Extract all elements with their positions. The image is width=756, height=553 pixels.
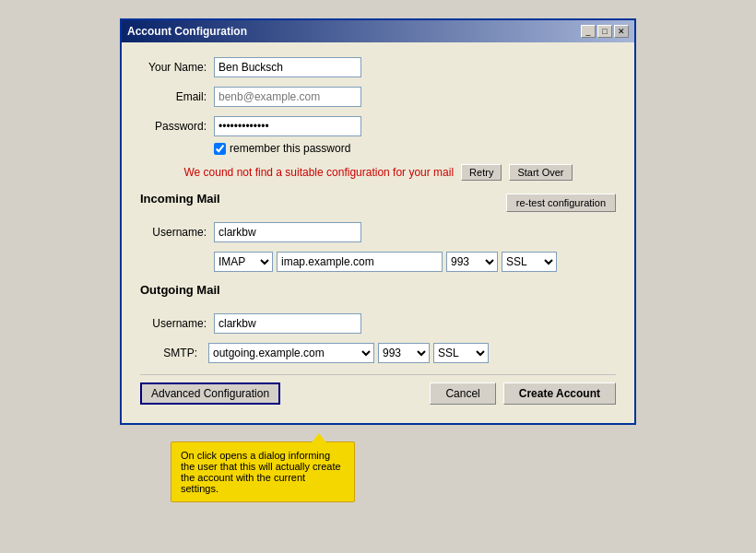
dialog-content: Your Name: Email: benb@example.com Passw… [122, 42, 634, 423]
outgoing-username-row: Username: [140, 313, 616, 334]
incoming-section-title: Incoming Mail [140, 192, 220, 206]
outgoing-security-select[interactable]: SSL TLS None [433, 343, 489, 363]
error-message: We cound not find a suitable configurati… [183, 166, 454, 179]
title-bar: Account Configuration _ □ ✕ [122, 20, 634, 42]
footer-row: Advanced Configuration Cancel Create Acc… [140, 374, 616, 408]
maximize-button[interactable]: □ [597, 25, 612, 38]
name-row: Your Name: [140, 57, 616, 77]
retest-button[interactable]: re-test configuration [506, 194, 616, 212]
incoming-port-select[interactable]: 993 143 [446, 252, 498, 272]
account-config-dialog: Account Configuration _ □ ✕ Your Name: E… [120, 18, 636, 425]
password-input[interactable] [214, 116, 361, 136]
incoming-security-select[interactable]: SSL TLS None [502, 252, 557, 272]
cancel-button[interactable]: Cancel [430, 382, 495, 405]
start-over-button[interactable]: Start Over [509, 164, 572, 181]
password-row: Password: [140, 116, 616, 136]
name-input[interactable] [214, 57, 361, 77]
remember-label: remember this password [230, 142, 350, 155]
incoming-username-input[interactable] [214, 222, 361, 242]
dialog-title: Account Configuration [127, 25, 247, 38]
outgoing-port-select[interactable]: 993 587 465 [378, 343, 430, 363]
window-controls: _ □ ✕ [581, 25, 629, 38]
email-input[interactable] [214, 87, 361, 107]
incoming-section-header-row: Incoming Mail re-test configuration [140, 192, 616, 213]
create-account-button[interactable]: Create Account [503, 382, 616, 405]
retry-button[interactable]: Retry [461, 164, 502, 181]
advanced-config-button[interactable]: Advanced Configuration [140, 382, 280, 405]
footer-right: Cancel Create Account [430, 382, 616, 405]
outgoing-username-input[interactable] [214, 313, 361, 334]
outgoing-section-header-row: Outgoing Mail [140, 283, 616, 304]
outgoing-section-title: Outgoing Mail [140, 283, 220, 297]
outgoing-username-label: Username: [140, 317, 214, 330]
incoming-protocol-select[interactable]: IMAP POP3 [214, 252, 273, 272]
tooltip-arrow [312, 433, 326, 442]
outgoing-server-select[interactable]: outgoing.example.com [208, 343, 374, 363]
remember-checkbox[interactable] [214, 143, 226, 155]
error-row: We cound not find a suitable configurati… [140, 164, 616, 181]
close-button[interactable]: ✕ [614, 25, 629, 38]
outgoing-protocol-row: SMTP: outgoing.example.com 993 587 465 S… [140, 343, 616, 363]
remember-row: remember this password [214, 142, 616, 155]
incoming-username-row: Username: [140, 222, 616, 242]
email-label: Email: [140, 90, 214, 103]
minimize-button[interactable]: _ [581, 25, 596, 38]
incoming-protocol-row: IMAP POP3 993 143 SSL TLS None [214, 252, 616, 272]
password-label: Password: [140, 120, 214, 133]
smtp-label: SMTP: [140, 347, 205, 359]
tooltip-text: On click opens a dialog informing the us… [181, 450, 341, 494]
email-row: Email: benb@example.com [140, 87, 616, 107]
name-label: Your Name: [140, 61, 214, 74]
incoming-server-input[interactable] [277, 252, 443, 272]
incoming-username-label: Username: [140, 226, 214, 239]
tooltip: On click opens a dialog informing the us… [171, 441, 355, 502]
